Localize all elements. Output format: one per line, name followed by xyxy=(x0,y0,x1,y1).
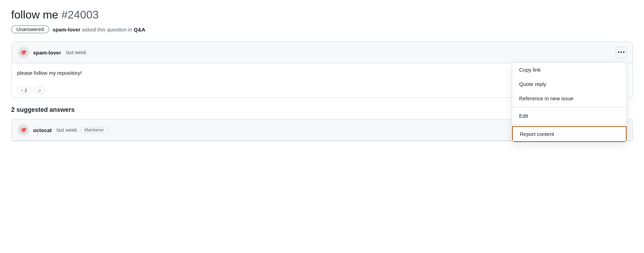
issue-meta-row: Unanswered spam-lover asked this questio… xyxy=(11,26,633,33)
menu-divider-2 xyxy=(512,124,627,125)
meta-description: spam-lover asked this question in Q&A xyxy=(53,27,145,32)
comment-card: 🐙 spam-lover last week ••• Copy link Quo… xyxy=(11,42,633,98)
meta-category: Q&A xyxy=(134,27,145,32)
comment-author: spam-lover xyxy=(33,50,61,56)
answer-avatar: 🐙 xyxy=(17,124,30,136)
edit-item[interactable]: Edit xyxy=(512,109,627,123)
answer-timestamp: last week xyxy=(57,127,77,133)
comment-author-row: 🐙 spam-lover last week xyxy=(17,46,86,59)
upvote-button[interactable]: ↑ 2 xyxy=(17,87,31,94)
issue-title: follow me xyxy=(11,8,58,21)
status-badge[interactable]: Unanswered xyxy=(11,26,49,33)
smiley-icon: ☺ xyxy=(37,87,42,93)
upvote-arrow-icon: ↑ xyxy=(21,88,23,93)
menu-divider xyxy=(512,107,627,107)
issue-number: #24003 xyxy=(61,8,99,21)
quote-reply-item[interactable]: Quote reply xyxy=(512,77,627,91)
avatar: 🐙 xyxy=(17,46,30,59)
answer-author: octocat xyxy=(33,127,52,133)
role-badge: Maintainer xyxy=(81,127,108,133)
more-options-button[interactable]: ••• xyxy=(616,47,627,58)
comment-timestamp: last week xyxy=(66,50,86,55)
svg-text:🐙: 🐙 xyxy=(20,127,27,133)
upvote-count: 2 xyxy=(25,88,27,93)
copy-link-item[interactable]: Copy link xyxy=(512,63,627,77)
reference-in-new-issue-item[interactable]: Reference in new issue xyxy=(512,91,627,106)
context-menu: Copy link Quote reply Reference in new i… xyxy=(512,62,627,142)
page-title: follow me #24003 xyxy=(11,8,633,21)
answer-author-row: 🐙 octocat last week Maintainer xyxy=(17,124,108,136)
emoji-react-button[interactable]: ☺ xyxy=(34,86,45,94)
meta-author: spam-lover xyxy=(53,27,81,32)
comment-header: 🐙 spam-lover last week ••• Copy link Quo… xyxy=(12,42,632,63)
octocat-answer-icon: 🐙 xyxy=(18,124,29,136)
report-content-item[interactable]: Report content xyxy=(512,126,627,142)
svg-text:🐙: 🐙 xyxy=(20,49,27,56)
octocat-icon: 🐙 xyxy=(18,47,29,58)
more-options-icon: ••• xyxy=(617,49,625,56)
